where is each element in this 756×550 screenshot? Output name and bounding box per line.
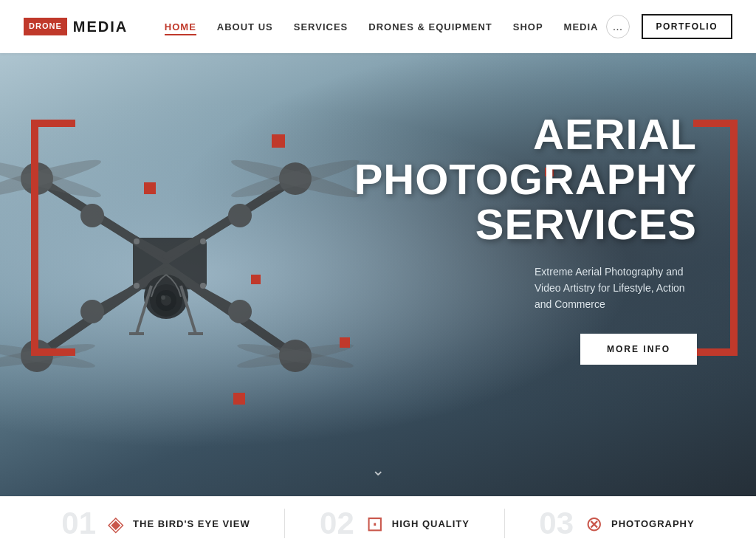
- hero-subtitle: Extreme Aerial Photography and Video Art…: [535, 264, 697, 313]
- red-square-1: [272, 134, 285, 148]
- red-square-2: [144, 182, 156, 194]
- bottom-label-3: PHOTOGRAPHY: [611, 518, 695, 529]
- bottom-item-1: 01 ◈ THE BIRD'S EYE VIEW: [61, 508, 250, 539]
- nav-link-about[interactable]: ABOUT US: [217, 21, 273, 32]
- nav-link-services[interactable]: SERVICES: [294, 21, 348, 32]
- bracket-right: [693, 120, 738, 356]
- hero-title: AERIAL PHOTOGRAPHY SERVICES: [343, 112, 697, 247]
- hero-title-line1: AERIAL PHOTOGRAPHY: [354, 110, 697, 203]
- svg-point-33: [200, 283, 206, 289]
- nav-links: HOME ABOUT US SERVICES DRONES & EQUIPMEN…: [165, 20, 599, 33]
- bottom-divider-1: [284, 509, 285, 538]
- svg-point-30: [134, 238, 140, 244]
- nav-link-home[interactable]: HOME: [165, 21, 196, 35]
- logo-box: DRONE: [24, 18, 67, 35]
- nav-more-dots[interactable]: ...: [606, 15, 630, 38]
- hero-section: AERIAL PHOTOGRAPHY SERVICES Extreme Aeri…: [0, 53, 756, 496]
- svg-point-16: [228, 300, 252, 323]
- svg-line-5: [92, 216, 166, 256]
- bottom-label-1: THE BIRD'S EYE VIEW: [133, 518, 250, 529]
- bottom-item-3: 03 ⊗ PHOTOGRAPHY: [539, 508, 694, 539]
- birds-eye-icon: ◈: [108, 512, 124, 536]
- svg-point-31: [200, 238, 206, 244]
- svg-point-29: [161, 295, 165, 300]
- photography-icon: ⊗: [585, 512, 602, 536]
- svg-point-32: [134, 283, 140, 289]
- nav-item-drones[interactable]: DRONES & EQUIPMENT: [368, 20, 492, 33]
- bottom-num-2: 02: [320, 508, 354, 539]
- portfolio-button[interactable]: PORTFOLIO: [642, 14, 733, 39]
- logo-text: MEDIA: [73, 18, 128, 35]
- hero-content: AERIAL PHOTOGRAPHY SERVICES Extreme Aeri…: [343, 112, 697, 365]
- svg-point-14: [228, 204, 252, 227]
- nav-link-drones[interactable]: DRONES & EQUIPMENT: [368, 21, 492, 32]
- svg-point-13: [80, 204, 104, 227]
- bottom-section: 01 ◈ THE BIRD'S EYE VIEW 02 ⊡ HIGH QUALI…: [0, 496, 756, 550]
- nav-item-shop[interactable]: SHOP: [513, 20, 543, 33]
- red-square-4: [233, 393, 245, 405]
- svg-point-15: [80, 300, 104, 323]
- nav-item-media[interactable]: MEDIA: [564, 20, 599, 33]
- nav-item-home[interactable]: HOME: [165, 20, 196, 33]
- nav-link-media[interactable]: MEDIA: [564, 21, 599, 32]
- bottom-label-2: HIGH QUALITY: [392, 518, 470, 529]
- nav-link-shop[interactable]: SHOP: [513, 21, 543, 32]
- hero-title-line2: SERVICES: [475, 200, 697, 248]
- nav-item-about[interactable]: ABOUT US: [217, 20, 273, 33]
- nav-item-services[interactable]: SERVICES: [294, 20, 348, 33]
- scroll-arrow[interactable]: ⌄: [371, 461, 385, 480]
- red-square-5: [251, 275, 261, 284]
- bottom-divider-2: [504, 509, 505, 538]
- logo[interactable]: DRONE MEDIA: [24, 18, 128, 35]
- bracket-left: [31, 120, 75, 356]
- high-quality-icon: ⊡: [366, 512, 383, 536]
- bottom-item-2: 02 ⊡ HIGH QUALITY: [320, 508, 470, 539]
- more-info-button[interactable]: MORE INFO: [580, 334, 697, 365]
- navbar: DRONE MEDIA HOME ABOUT US SERVICES DRONE…: [0, 0, 756, 53]
- bottom-num-1: 01: [61, 508, 96, 539]
- bottom-num-3: 03: [539, 508, 574, 539]
